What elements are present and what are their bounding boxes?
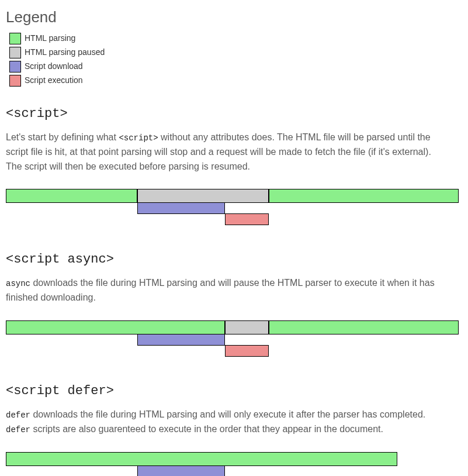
legend-row: Script execution bbox=[6, 74, 462, 87]
timeline-bar-script_exec bbox=[225, 345, 269, 357]
timeline-diagram bbox=[6, 189, 459, 233]
legend-label: Script download bbox=[25, 60, 83, 73]
timeline-diagram bbox=[6, 452, 459, 476]
legend-row: HTML parsing paused bbox=[6, 46, 462, 58]
section-heading: <script defer> bbox=[6, 381, 462, 401]
section-heading: <script async> bbox=[6, 250, 462, 269]
timeline-bar-html_parsing bbox=[269, 189, 459, 203]
section-script-async: <script async> async downloads the file … bbox=[6, 250, 462, 365]
inline-code: async bbox=[6, 279, 30, 288]
section-description: defer downloads the file during HTML par… bbox=[6, 408, 438, 437]
timeline-bar-html_parsing bbox=[269, 320, 459, 334]
timeline-bar-html_parsing bbox=[6, 189, 137, 203]
legend-title: Legend bbox=[6, 6, 462, 29]
inline-code: defer bbox=[6, 425, 30, 434]
legend-row: HTML parsing bbox=[6, 32, 462, 44]
legend-label: Script execution bbox=[25, 74, 83, 87]
section-heading: <script> bbox=[6, 104, 462, 123]
legend-row: Script download bbox=[6, 60, 462, 73]
legend: Legend HTML parsing HTML parsing paused … bbox=[6, 6, 462, 87]
timeline-bar-parsing_paused bbox=[225, 320, 269, 334]
section-description: async downloads the file during HTML par… bbox=[6, 276, 438, 305]
swatch-icon bbox=[9, 33, 21, 44]
legend-label: HTML parsing bbox=[25, 32, 75, 44]
timeline-bar-parsing_paused bbox=[137, 189, 269, 203]
inline-code: <script> bbox=[119, 133, 158, 143]
inline-code: defer bbox=[6, 411, 30, 420]
timeline-bar-script_exec bbox=[225, 213, 269, 225]
swatch-icon bbox=[9, 75, 21, 87]
swatch-icon bbox=[9, 47, 21, 58]
section-script-plain: <script> Let's start by defining what <s… bbox=[6, 104, 462, 233]
timeline-bar-script_download bbox=[137, 334, 225, 346]
timeline-bar-html_parsing bbox=[6, 320, 225, 334]
swatch-icon bbox=[9, 61, 21, 73]
timeline-bar-html_parsing bbox=[6, 452, 397, 466]
timeline-bar-script_download bbox=[137, 465, 225, 476]
legend-label: HTML parsing paused bbox=[25, 46, 105, 58]
section-description: Let's start by defining what <script> wi… bbox=[6, 130, 438, 174]
section-script-defer: <script defer> defer downloads the file … bbox=[6, 381, 462, 476]
timeline-diagram bbox=[6, 320, 459, 365]
timeline-bar-script_download bbox=[137, 202, 225, 214]
